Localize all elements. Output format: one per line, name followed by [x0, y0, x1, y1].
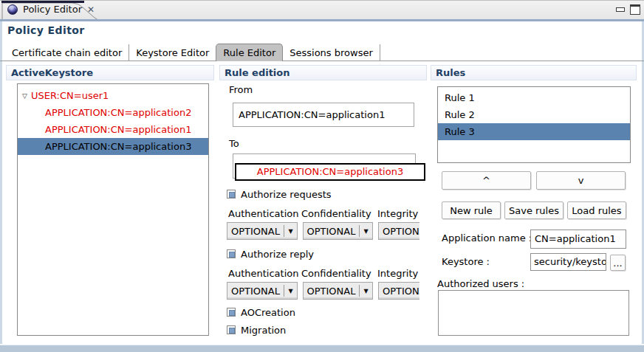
application-name-label: Application name :	[442, 232, 532, 244]
authorize-reply-label: Authorize reply	[241, 249, 314, 260]
authentication-label-requests: Authentication	[228, 208, 298, 219]
tab-certificate-chain-editor[interactable]: Certificate chain editor	[5, 44, 129, 61]
to-autocomplete-popup[interactable]: APPLICATION:CN=application3	[235, 163, 425, 181]
rules-list-item-selected[interactable]: Rule 3	[438, 123, 630, 140]
keystore-label: Keystore :	[442, 256, 490, 267]
tab-rule-editor[interactable]: Rule Editor	[216, 44, 283, 61]
maximize-icon[interactable]	[630, 4, 640, 15]
view-tab-title: Policy Editor	[23, 4, 82, 15]
move-rule-down-button[interactable]: v	[536, 171, 626, 190]
editor-tab-bar: Certificate chain editor Keystore Editor…	[0, 44, 644, 61]
to-label: To	[229, 138, 239, 149]
dropdown-value: OPTIONAL	[304, 286, 359, 297]
dropdown-value: OPTIONAL	[227, 226, 284, 237]
keystore-tree[interactable]: ▽USER:CN=user1 APPLICATION:CN=applicatio…	[17, 83, 209, 336]
viewbar-separator	[0, 19, 644, 21]
tree-item-application1[interactable]: APPLICATION:CN=application1	[18, 121, 208, 138]
tree-item-application3-selected[interactable]: APPLICATION:CN=application3	[18, 138, 208, 155]
dropdown-value: OPTIONAL	[379, 286, 419, 297]
dropdown-value: OPTIONAL	[379, 226, 419, 237]
authorized-users-label: Authorized users :	[437, 278, 524, 289]
chevron-down-icon: ▼	[360, 228, 372, 235]
integrity-label-requests: Integrity	[377, 208, 418, 219]
load-rules-button[interactable]: Load rules	[567, 201, 626, 219]
tree-item-label: APPLICATION:CN=application2	[45, 107, 191, 118]
policy-editor-window: Policy Editor ✕ Policy Editor Certificat…	[0, 0, 644, 352]
tree-item-application2[interactable]: APPLICATION:CN=application2	[18, 104, 208, 121]
dropdown-value: OPTIONAL	[304, 226, 359, 237]
dropdown-value: OPTIONAL	[227, 286, 284, 297]
rule-edition-panel-header: Rule edition	[219, 65, 427, 80]
chevron-down-icon: ▼	[360, 288, 372, 294]
keystore-value: security/keystore	[531, 256, 606, 267]
chevron-down-icon: ▼	[284, 288, 297, 294]
migration-label: Migration	[241, 325, 286, 336]
authorize-requests-checkbox[interactable]	[227, 190, 236, 199]
confidentiality-label-reply: Confidentiality	[301, 268, 371, 279]
aocreation-label: AOCreation	[241, 307, 295, 318]
view-tab-policy-editor[interactable]: Policy Editor ✕	[1, 1, 102, 20]
frame-edge-left	[0, 21, 2, 344]
move-rule-up-button[interactable]: ^	[442, 171, 531, 190]
tree-item-label: USER:CN=user1	[31, 90, 109, 101]
requests-authentication-dropdown[interactable]: OPTIONAL ▼	[227, 222, 298, 240]
tree-expander-icon[interactable]: ▽	[22, 88, 31, 104]
tree-item-label: APPLICATION:CN=application3	[45, 141, 191, 152]
application-name-value: CN=application1	[531, 233, 616, 244]
frame-edge-bottom	[0, 345, 644, 352]
from-input[interactable]: APPLICATION:CN=application1	[233, 103, 414, 127]
authentication-label-reply: Authentication	[228, 268, 298, 279]
rules-panel-header: Rules	[431, 65, 637, 80]
minimize-icon[interactable]	[616, 7, 625, 12]
application-name-input[interactable]: CN=application1	[530, 230, 626, 249]
requests-integrity-dropdown[interactable]: OPTIONAL ▼	[378, 222, 419, 240]
policy-editor-view-icon	[7, 4, 18, 15]
from-value: APPLICATION:CN=application1	[233, 109, 385, 120]
close-icon[interactable]: ✕	[87, 5, 95, 14]
save-rules-button[interactable]: Save rules	[504, 201, 564, 219]
keystore-input[interactable]: security/keystore	[530, 253, 606, 271]
chevron-down-icon: ▼	[284, 228, 297, 235]
aocreation-checkbox[interactable]	[227, 308, 236, 317]
tree-item-label: APPLICATION:CN=application1	[45, 124, 191, 135]
active-keystore-panel-header: ActiveKeystore	[6, 65, 214, 80]
tab-sessions-browser[interactable]: Sessions browser	[283, 44, 380, 61]
reply-authentication-dropdown[interactable]: OPTIONAL ▼	[227, 282, 298, 300]
confidentiality-label-requests: Confidentiality	[301, 208, 371, 219]
rules-list[interactable]: Rule 1 Rule 2 Rule 3	[437, 86, 631, 163]
reply-confidentiality-dropdown[interactable]: OPTIONAL ▼	[303, 282, 373, 300]
tab-keystore-editor[interactable]: Keystore Editor	[129, 44, 216, 61]
authorize-requests-label: Authorize requests	[241, 189, 332, 200]
rules-list-item[interactable]: Rule 2	[438, 106, 630, 123]
keystore-browse-button[interactable]: ...	[610, 255, 626, 271]
from-label: From	[229, 84, 253, 95]
integrity-label-reply: Integrity	[377, 268, 418, 279]
authorized-users-textarea[interactable]	[438, 290, 629, 336]
page-title: Policy Editor	[7, 24, 85, 36]
rules-list-item[interactable]: Rule 1	[438, 89, 630, 106]
reply-integrity-dropdown[interactable]: OPTIONAL ▼	[378, 282, 419, 300]
view-tab-bar: Policy Editor ✕	[0, 0, 644, 19]
tree-item-user1[interactable]: ▽USER:CN=user1	[18, 87, 208, 104]
authorize-reply-checkbox[interactable]	[227, 249, 236, 258]
new-rule-button[interactable]: New rule	[442, 201, 501, 219]
migration-checkbox[interactable]	[227, 325, 236, 334]
requests-confidentiality-dropdown[interactable]: OPTIONAL ▼	[303, 222, 373, 240]
